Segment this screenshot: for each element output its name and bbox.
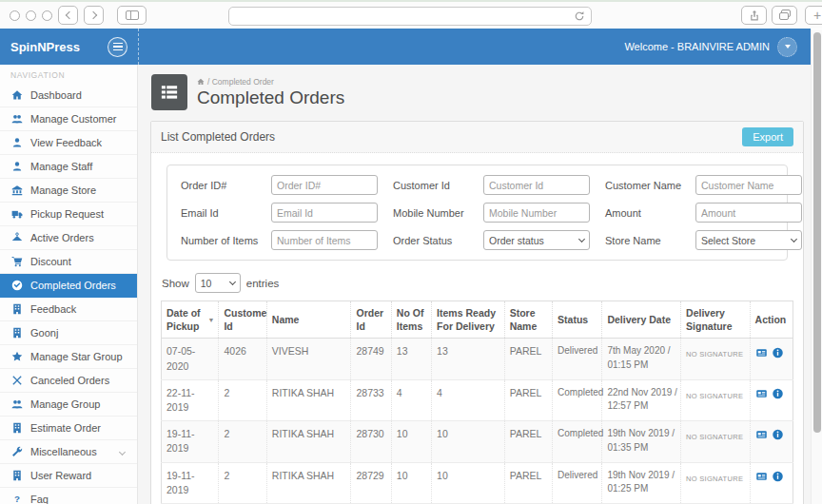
- address-bar[interactable]: [228, 7, 592, 26]
- view-order-button[interactable]: [755, 429, 768, 440]
- scrollbar-thumb[interactable]: [813, 32, 821, 433]
- column-header-items-ready-for-delivery[interactable]: Items Ready For Delivery: [432, 301, 505, 339]
- question-icon: ?: [10, 494, 23, 504]
- forward-button[interactable]: [84, 6, 104, 25]
- filter-select-order-status[interactable]: Order status: [483, 230, 590, 250]
- sidebar-item-manage-store[interactable]: Manage Store: [0, 179, 137, 203]
- nav-section-label: NAVIGATION: [0, 65, 137, 84]
- sidebar-item-faq[interactable]: ?Faq: [0, 488, 137, 504]
- user-dropdown-button[interactable]: [777, 37, 797, 57]
- back-button[interactable]: [58, 6, 78, 25]
- view-order-button[interactable]: [755, 471, 768, 482]
- sidebar-item-goonj[interactable]: Goonj: [0, 321, 137, 345]
- column-header-delivery-date[interactable]: Delivery Date: [602, 301, 681, 339]
- breadcrumb-path: / Completed Order: [207, 77, 274, 87]
- filter-input-customer-name[interactable]: [695, 175, 802, 195]
- cell-delivery-signature: NO SIGNATURE: [681, 379, 751, 420]
- sidebar-item-manage-star-group[interactable]: Manage Star Group: [0, 345, 137, 369]
- column-header-status[interactable]: Status: [553, 301, 602, 339]
- column-header-label: Customer Id: [224, 307, 270, 332]
- sidebar-item-dashboard[interactable]: Dashboard: [0, 84, 137, 107]
- truck-icon: [10, 208, 23, 221]
- order-info-button[interactable]: [772, 471, 784, 482]
- filter-input-number-of-items[interactable]: [271, 230, 378, 250]
- user-menu[interactable]: Welcome - BRAINVIRE ADMIN: [138, 29, 811, 65]
- filter-input-email-id[interactable]: [271, 203, 378, 223]
- tabs-button[interactable]: [772, 6, 797, 25]
- orders-panel: List Completed Orders Export Order ID#Cu…: [150, 121, 804, 504]
- chevron-right-icon: [88, 11, 96, 19]
- cell-store-name: PAREL: [504, 421, 552, 462]
- cell-delivery-signature: NO SIGNATURE: [681, 421, 751, 462]
- cell-date-of-pickup: 19-11-2019: [162, 421, 219, 462]
- sidebar-item-user-reward[interactable]: User Reward: [0, 464, 137, 488]
- sidebar-toggle-button[interactable]: [117, 6, 147, 25]
- browser-chrome: +: [0, 0, 822, 29]
- sidebar-collapse-button[interactable]: [108, 37, 127, 57]
- sidebar-item-completed-orders[interactable]: Completed Orders: [0, 274, 137, 298]
- share-button[interactable]: [741, 6, 767, 25]
- cell-items-ready: 10: [432, 421, 505, 462]
- breadcrumb[interactable]: / Completed Order: [197, 77, 344, 87]
- reload-button[interactable]: [574, 10, 591, 22]
- filter-label: Email Id: [181, 207, 271, 219]
- page-size-select[interactable]: 10: [195, 273, 241, 293]
- cell-status: Completed: [553, 379, 602, 420]
- panel-body: Order ID#Customer IdCustomer NameEmail I…: [151, 153, 803, 504]
- column-header-action[interactable]: Action: [750, 301, 793, 339]
- order-info-button[interactable]: [772, 429, 784, 440]
- window-zoom-button[interactable]: [42, 10, 52, 21]
- column-header-date-of-pickup[interactable]: Date of Pickup▼: [162, 301, 219, 339]
- column-header-label: Order Id: [356, 307, 383, 332]
- sidebar-item-discount[interactable]: Discount: [0, 250, 137, 274]
- page-scrollbar: [811, 29, 822, 504]
- entries-control: Show 10 entries: [162, 273, 793, 293]
- view-order-button[interactable]: [755, 347, 768, 359]
- view-order-button[interactable]: [755, 388, 768, 399]
- filter-input-amount[interactable]: [695, 203, 802, 223]
- order-info-button[interactable]: [772, 388, 784, 399]
- sidebar-item-manage-staff[interactable]: Manage Staff: [0, 155, 137, 179]
- sidebar-item-label: Manage Store: [30, 184, 96, 196]
- filter-input-mobile-number[interactable]: [483, 203, 590, 223]
- sidebar-item-active-orders[interactable]: Active Orders: [0, 226, 137, 250]
- address-input[interactable]: [229, 8, 574, 25]
- sidebar-item-pickup-request[interactable]: Pickup Request: [0, 203, 137, 226]
- orders-table-body: 07-05-20204026VIVESH287491313PARELDelive…: [162, 339, 793, 504]
- sidebar-item-manage-group[interactable]: Manage Group: [0, 393, 137, 417]
- order-info-button[interactable]: [772, 347, 784, 359]
- column-header-order-id[interactable]: Order Id: [351, 301, 391, 339]
- chevron-down-icon: [119, 448, 126, 455]
- sidebar-item-label: Discount: [30, 256, 71, 267]
- filter-field-amount: Amount: [605, 203, 802, 223]
- filter-select-store-name[interactable]: Select Store: [695, 230, 802, 250]
- filter-input-order-id[interactable]: [271, 175, 378, 195]
- sidebar-item-label: Estimate Order: [30, 422, 101, 434]
- brand-logo[interactable]: SpinNPress: [10, 40, 80, 54]
- sidebar-item-estimate-order[interactable]: Estimate Order: [0, 417, 137, 440]
- vcard-icon: [755, 429, 768, 440]
- sidebar-item-miscellaneous[interactable]: Miscellaneous: [0, 440, 137, 464]
- table-header-row: Date of Pickup▼Customer IdNameOrder IdNo…: [162, 301, 793, 339]
- column-header-customer-id[interactable]: Customer Id: [219, 301, 266, 339]
- filter-input-customer-id[interactable]: [483, 175, 590, 195]
- building-icon: [10, 422, 23, 435]
- new-tab-button[interactable]: +: [805, 6, 822, 25]
- filter-field-mobile-number: Mobile Number: [393, 203, 590, 223]
- sidebar-item-canceled-orders[interactable]: Canceled Orders: [0, 369, 137, 393]
- building-icon: [10, 470, 23, 482]
- sidebar-item-view-feedback[interactable]: View Feedback: [0, 131, 137, 155]
- column-header-no-of-items[interactable]: No Of Items: [391, 301, 431, 339]
- window-close-button[interactable]: [10, 10, 20, 21]
- cell-delivery-date: 19th Nov 2019 /01:25 PM: [602, 462, 681, 503]
- sidebar-item-feedback[interactable]: Feedback: [0, 298, 137, 321]
- panel-header: List Completed Orders Export: [151, 122, 803, 153]
- column-header-name[interactable]: Name: [266, 301, 351, 339]
- export-button[interactable]: Export: [742, 127, 793, 146]
- sidebar-item-label: Manage Staff: [30, 161, 92, 172]
- sidebar-item-manage-customer[interactable]: Manage Customer: [0, 107, 137, 131]
- cell-store-name: PAREL: [504, 339, 552, 379]
- column-header-delivery-signature[interactable]: Delivery Signature: [681, 301, 751, 339]
- column-header-store-name[interactable]: Store Name: [504, 301, 552, 339]
- window-minimize-button[interactable]: [26, 10, 36, 21]
